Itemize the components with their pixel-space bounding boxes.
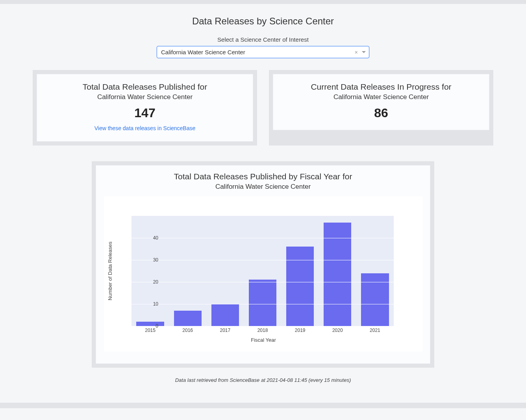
- y-tick-label: 30: [143, 257, 158, 263]
- gridline: [132, 282, 394, 282]
- top-accent-bar: [0, 0, 526, 4]
- view-in-sciencebase-link[interactable]: View these data releases in ScienceBase: [94, 125, 196, 131]
- x-tick-label: 2019: [286, 328, 314, 333]
- select-label: Select a Science Center of Interest: [21, 36, 505, 43]
- x-axis-label: Fiscal Year: [104, 337, 423, 343]
- gridline: [132, 260, 394, 260]
- bar-chart: Number of Data Releases Fiscal Year 0102…: [104, 196, 423, 352]
- chart-section: Total Data Releases Published by Fiscal …: [21, 161, 505, 368]
- gridline: [132, 304, 394, 304]
- chevron-down-icon[interactable]: [362, 51, 366, 53]
- y-tick-label: 10: [143, 301, 158, 307]
- y-tick-label: 20: [143, 279, 158, 285]
- inprogress-value: 86: [281, 106, 481, 120]
- gridline: [132, 326, 394, 326]
- inprogress-card: Current Data Releases In Progress for Ca…: [273, 74, 489, 130]
- published-heading: Total Data Releases Published for: [45, 82, 245, 92]
- y-tick-label: 40: [143, 235, 158, 241]
- inprogress-card-outer: Current Data Releases In Progress for Ca…: [269, 70, 493, 146]
- y-axis-label: Number of Data Releases: [107, 241, 113, 300]
- summary-cards-row: Total Data Releases Published for Califo…: [21, 70, 505, 146]
- bottom-accent-bar: [0, 403, 526, 408]
- page-title: Data Releases by Science Center: [21, 16, 505, 27]
- x-tick-label: 2017: [211, 328, 239, 333]
- inprogress-subtitle: California Water Science Center: [281, 93, 481, 101]
- science-center-select[interactable]: California Water Science Center ×: [157, 46, 369, 58]
- x-tick-label: 2015: [137, 328, 164, 333]
- published-subtitle: California Water Science Center: [45, 93, 245, 101]
- x-tick-label: 2020: [324, 328, 351, 333]
- inprogress-heading: Current Data Releases In Progress for: [281, 82, 481, 92]
- published-value: 147: [45, 106, 245, 120]
- published-card-outer: Total Data Releases Published for Califo…: [33, 70, 257, 146]
- bar-2017: [211, 304, 239, 326]
- select-row: California Water Science Center ×: [21, 46, 505, 58]
- gridline: [132, 238, 394, 238]
- footer-note: Data last retrieved from ScienceBase at …: [21, 377, 505, 383]
- chart-outer: Total Data Releases Published by Fiscal …: [92, 161, 434, 368]
- plot-area: [132, 216, 394, 326]
- chart-subtitle: California Water Science Center: [104, 183, 422, 191]
- x-tick-label: 2018: [249, 328, 276, 333]
- clear-icon[interactable]: ×: [352, 49, 360, 55]
- bar-2019: [286, 247, 314, 326]
- bar-2021: [361, 273, 389, 326]
- x-tick-label: 2021: [361, 328, 389, 333]
- bar-2018: [249, 280, 276, 326]
- x-tick-label: 2016: [174, 328, 202, 333]
- published-card: Total Data Releases Published for Califo…: [37, 74, 253, 142]
- select-value: California Water Science Center: [161, 49, 352, 55]
- chart-heading: Total Data Releases Published by Fiscal …: [104, 172, 422, 181]
- bar-2016: [174, 311, 202, 326]
- page-container: Data Releases by Science Center Select a…: [21, 12, 505, 395]
- chart-card: Total Data Releases Published by Fiscal …: [96, 165, 430, 364]
